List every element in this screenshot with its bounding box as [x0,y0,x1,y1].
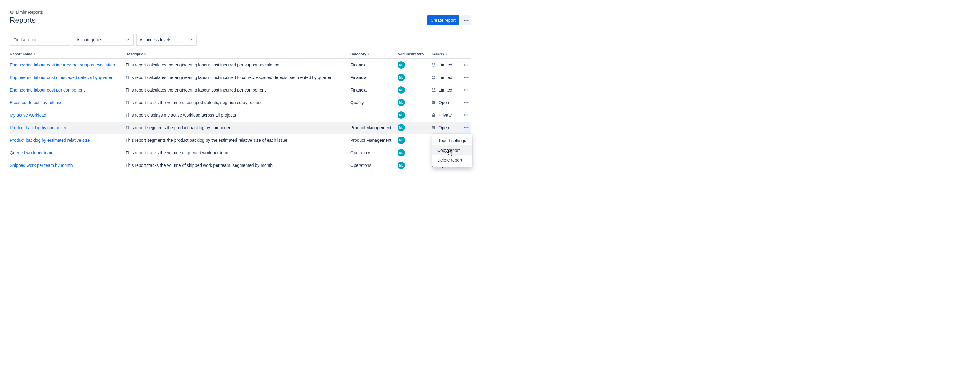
report-name-link[interactable]: Shipped work per team by month [10,163,73,168]
search-input[interactable] [13,37,68,43]
svg-point-7 [464,64,465,65]
sort-icon: ▲▼ [33,53,35,56]
report-description: This report calculates the engineering l… [126,62,350,67]
svg-rect-32 [432,126,436,129]
svg-point-12 [464,77,465,78]
svg-point-10 [432,76,433,77]
col-header-administrators: Administrators [398,52,431,56]
ellipsis-icon [463,17,469,23]
app-logo-icon [10,10,14,14]
report-name-link[interactable]: Engineering labour cost of escaped defec… [10,75,112,80]
access-cell: Limited [431,75,461,80]
svg-point-16 [434,89,435,90]
svg-rect-24 [433,103,434,103]
svg-point-9 [467,64,468,65]
menu-item[interactable]: Report settings [433,136,472,145]
report-category: Operations [350,150,398,155]
table-row: Product backlog by estimated relative si… [10,134,471,147]
access-icon [431,62,436,67]
menu-item[interactable]: Delete report [433,155,472,165]
report-name-link[interactable]: Product backlog by estimated relative si… [10,138,90,143]
report-name-link[interactable]: Engineering labour cost incurred per sup… [10,62,115,67]
svg-point-14 [467,77,468,78]
admin-avatar[interactable]: ML [398,137,405,144]
svg-point-26 [466,102,466,103]
svg-point-29 [464,114,465,115]
row-actions-button[interactable] [461,73,471,83]
svg-point-25 [464,102,465,103]
row-actions-button[interactable] [461,98,471,108]
ellipsis-icon [463,112,469,118]
report-name-link[interactable]: Queued work per team [10,150,53,155]
svg-point-1 [466,20,466,21]
ellipsis-icon [463,100,469,106]
admin-avatar[interactable]: ML [398,111,405,119]
row-actions-button[interactable] [461,60,471,70]
access-filter[interactable]: All access levels [136,34,197,46]
col-header-description: Description [126,52,350,56]
svg-rect-22 [433,102,434,102]
row-actions-button[interactable] [461,85,471,95]
admin-avatar[interactable]: ML [398,99,405,106]
svg-point-38 [466,127,466,128]
search-input-wrapper[interactable] [10,34,70,46]
col-header-category[interactable]: Category▲▼ [350,52,398,56]
category-filter[interactable]: All categories [73,34,134,46]
table-header: Report name▲▼ Description Category▲▼ Adm… [10,52,471,59]
svg-point-37 [464,127,465,128]
report-name-link[interactable]: My active workload [10,113,46,118]
svg-rect-23 [433,103,433,103]
access-cell: Open [431,100,461,105]
svg-point-11 [434,76,435,77]
report-description: This report displays my active workload … [126,113,350,118]
report-category: Financial [350,87,398,92]
page-title: Reports [10,16,35,24]
access-icon [431,125,436,130]
report-category: Quality [350,100,398,105]
admin-avatar[interactable]: ML [398,149,405,156]
access-icon [431,100,436,105]
report-category: Financial [350,75,398,80]
access-icon [431,75,436,80]
table-row: Engineering labour cost per componentThi… [10,84,471,97]
breadcrumb-app[interactable]: Limbr Reports [16,10,43,15]
access-cell: Private [431,113,461,118]
breadcrumb: Limbr Reports [10,10,471,15]
access-cell: Limited [431,87,461,92]
row-actions-button[interactable] [461,110,471,120]
row-actions-menu: Report settingsCopy reportDelete report [433,134,472,167]
report-name-link[interactable]: Escaped defects by release [10,100,62,105]
sort-icon: ▲▼ [445,53,447,56]
category-filter-label: All categories [76,37,102,42]
admin-avatar[interactable]: ML [398,74,405,81]
chevron-down-icon [126,38,130,42]
svg-point-39 [467,127,468,128]
create-report-button[interactable]: Create report [427,15,460,25]
more-actions-button[interactable] [461,15,471,25]
report-name-link[interactable]: Product backlog by component [10,125,68,130]
svg-point-19 [467,89,468,90]
access-icon [431,113,436,118]
ellipsis-icon [463,75,469,81]
svg-point-2 [467,20,468,21]
col-header-name[interactable]: Report name▲▼ [10,52,126,56]
table-row: Shipped work per team by monthThis repor… [10,159,471,172]
report-category: Operations [350,163,398,168]
svg-rect-35 [433,128,433,129]
svg-rect-33 [433,127,433,127]
admin-avatar[interactable]: ML [398,86,405,94]
admin-avatar[interactable]: ML [398,61,405,68]
row-actions-button[interactable] [461,123,471,133]
report-description: This report segments the product backlog… [126,125,350,130]
svg-point-18 [466,89,466,90]
chevron-down-icon [189,38,193,42]
col-header-access[interactable]: Access▲▼ [431,52,461,56]
admin-avatar[interactable]: ML [398,124,405,131]
admin-avatar[interactable]: ML [398,162,405,169]
report-category: Product Management [350,138,398,143]
sort-icon: ▲▼ [367,53,369,56]
table-row: Escaped defects by releaseThis report tr… [10,97,471,109]
svg-point-15 [432,89,433,90]
report-name-link[interactable]: Engineering labour cost per component [10,87,84,92]
menu-item[interactable]: Copy report [433,145,472,155]
